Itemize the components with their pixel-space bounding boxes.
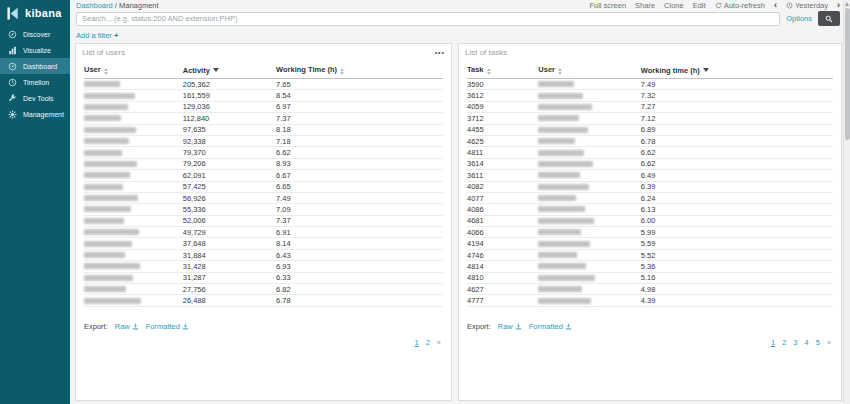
- redacted-user-name: [538, 229, 581, 235]
- search-button[interactable]: [818, 11, 840, 26]
- table-cell: 6.62: [641, 147, 833, 158]
- app-name: kibana: [25, 7, 62, 19]
- auto-refresh-button[interactable]: Auto-refresh: [715, 1, 765, 10]
- export-label: Export:: [467, 322, 491, 331]
- scrollbar-thumb[interactable]: [845, 8, 850, 140]
- gauge-icon: [8, 62, 17, 71]
- panel-menu-icon[interactable]: •••: [435, 50, 445, 55]
- table-cell: 3614: [467, 158, 538, 169]
- table-cell: 112,840: [183, 113, 276, 124]
- tasks-col-user[interactable]: User: [538, 63, 640, 79]
- download-icon: [132, 323, 139, 330]
- table-cell: 4.39: [641, 295, 833, 306]
- table-cell: 8.18: [276, 124, 443, 135]
- tasks-col-task[interactable]: Task: [467, 63, 538, 79]
- table-cell: 7.37: [276, 215, 443, 226]
- export-label: Export:: [84, 322, 108, 331]
- table-row: 129,0366.97: [84, 101, 443, 112]
- sidebar-item-discover[interactable]: Discover: [0, 26, 70, 42]
- pagination-next[interactable]: »: [827, 338, 831, 347]
- table-cell: 6.00: [641, 215, 833, 226]
- table-row: 48145.36: [467, 261, 833, 272]
- export-raw-link[interactable]: Raw: [115, 322, 139, 331]
- table-row: 35907.49: [467, 79, 833, 90]
- table-row: 36146.62: [467, 158, 833, 169]
- dashboard-menu: Full screen Share Clone Edit Auto-refres…: [589, 1, 840, 10]
- users-table: UserActivityWorking Time (h) 205,3627.65…: [84, 63, 443, 307]
- tasks-col-working-time-h-[interactable]: Working time (h): [641, 63, 833, 79]
- redacted-user-name: [84, 81, 120, 87]
- scroll-up-icon[interactable]: [845, 2, 849, 6]
- table-row: 49,7296.91: [84, 227, 443, 238]
- table-cell: 4066: [467, 227, 538, 238]
- filter-bar: Add a filter +: [70, 27, 850, 43]
- sidebar-item-dev-tools[interactable]: Dev Tools: [0, 90, 70, 106]
- gear-icon: [8, 110, 17, 119]
- table-row: 55,3367.09: [84, 204, 443, 215]
- add-filter-button[interactable]: Add a filter: [76, 31, 112, 40]
- users-col-working-time-h-[interactable]: Working Time (h): [276, 63, 443, 79]
- add-filter-plus-icon[interactable]: +: [114, 31, 118, 40]
- sidebar-item-timelion[interactable]: Timelion: [0, 74, 70, 90]
- window-scrollbar[interactable]: [843, 0, 850, 404]
- breadcrumb-current: Managment: [119, 1, 159, 10]
- users-col-user[interactable]: User: [84, 63, 183, 79]
- pagination-page-2[interactable]: 2: [426, 338, 430, 347]
- kibana-logo[interactable]: kibana: [0, 0, 70, 26]
- full-screen-button[interactable]: Full screen: [589, 1, 626, 10]
- table-cell: 79,206: [183, 158, 276, 169]
- table-cell: 6.93: [276, 261, 443, 272]
- table-cell: 3611: [467, 170, 538, 181]
- table-cell: 7.18: [276, 135, 443, 146]
- time-picker-button[interactable]: Yesterday: [786, 1, 828, 10]
- main-area: Dashboard / Managment Full screen Share …: [70, 0, 850, 404]
- edit-button[interactable]: Edit: [693, 1, 706, 10]
- pagination-next[interactable]: »: [437, 338, 441, 347]
- table-row: 40776.24: [467, 192, 833, 203]
- table-cell: 6.33: [276, 272, 443, 283]
- table-row: 46256.78: [467, 135, 833, 146]
- redacted-user-name: [538, 161, 593, 167]
- redacted-user-name: [84, 241, 132, 247]
- table-row: 36116.49: [467, 170, 833, 181]
- share-button[interactable]: Share: [635, 1, 655, 10]
- table-cell: 6.82: [276, 284, 443, 295]
- time-next-button[interactable]: ›: [837, 2, 840, 9]
- sidebar-item-visualize[interactable]: Visualize: [0, 42, 70, 58]
- export-raw-link[interactable]: Raw: [498, 322, 522, 331]
- users-col-activity[interactable]: Activity: [183, 63, 276, 79]
- table-cell: 5.59: [641, 238, 833, 249]
- kibana-logo-icon: [5, 6, 20, 21]
- sort-icon: [104, 68, 108, 75]
- pagination-page-1[interactable]: 1: [414, 338, 418, 347]
- sidebar-item-management[interactable]: Management: [0, 106, 70, 122]
- users-panel-title: List of users: [82, 48, 125, 57]
- breadcrumb-dashboard-link[interactable]: Dashboard: [76, 1, 113, 10]
- pagination-page-5[interactable]: 5: [816, 338, 820, 347]
- download-icon: [515, 323, 522, 330]
- pagination-page-1[interactable]: 1: [771, 338, 775, 347]
- clone-button[interactable]: Clone: [664, 1, 684, 10]
- table-row: 92,3387.18: [84, 135, 443, 146]
- pagination-page-3[interactable]: 3: [793, 338, 797, 347]
- redacted-user-name: [538, 252, 577, 258]
- export-formatted-link[interactable]: Formatted: [146, 322, 189, 331]
- time-prev-button[interactable]: ‹: [774, 2, 777, 9]
- pagination-page-2[interactable]: 2: [782, 338, 786, 347]
- table-cell: 6.65: [276, 181, 443, 192]
- tasks-panel: List of tasks TaskUserWorking time (h) 3…: [458, 43, 842, 401]
- table-cell: 7.65: [276, 79, 443, 90]
- sidebar-item-dashboard[interactable]: Dashboard: [0, 58, 70, 74]
- table-cell: 4777: [467, 295, 538, 306]
- table-cell: 4681: [467, 215, 538, 226]
- table-row: 31,4286.93: [84, 261, 443, 272]
- search-input[interactable]: [76, 12, 780, 26]
- table-cell: 57,425: [183, 181, 276, 192]
- redacted-user-name: [538, 206, 585, 212]
- redacted-user-name: [84, 184, 123, 190]
- table-row: 40665.99: [467, 227, 833, 238]
- pagination-page-4[interactable]: 4: [804, 338, 808, 347]
- options-link[interactable]: Options: [786, 14, 812, 23]
- export-formatted-link[interactable]: Formatted: [529, 322, 572, 331]
- table-cell: 6.62: [641, 158, 833, 169]
